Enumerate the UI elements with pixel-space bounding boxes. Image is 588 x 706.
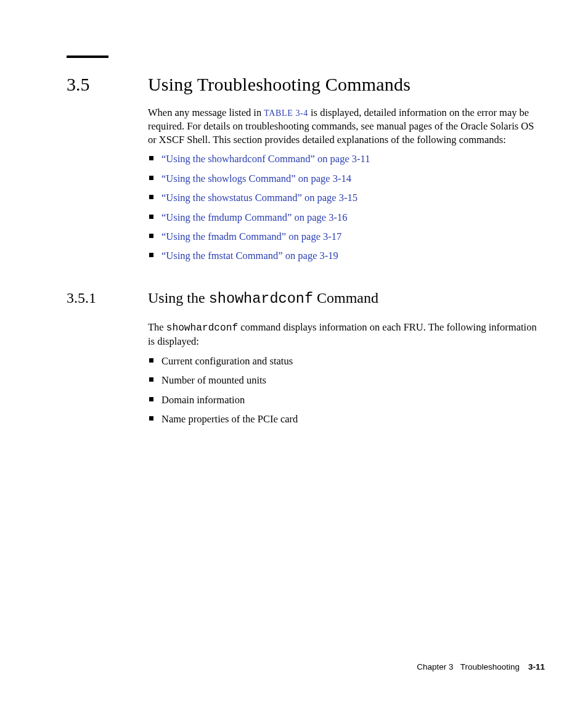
intro-text-a: When any message listed in (148, 107, 264, 118)
link-showstatus[interactable]: “Using the showstatus Command” on page 3… (161, 192, 357, 203)
subsection-title-b: Command (313, 290, 378, 306)
list-item: Current configuration and status (148, 355, 545, 367)
subsection-title: Using the showhardconf Command (148, 290, 378, 307)
intro-paragraph: When any message listed in TABLE 3-4 is … (148, 106, 545, 146)
page-footer: Chapter 3 Troubleshooting3-11 (417, 662, 545, 671)
list-item: “Using the showhardconf Command” on page… (148, 152, 545, 165)
list-item: “Using the fmstat Command” on page 3-19 (148, 249, 545, 262)
section-heading: 3.5 Using Troubleshooting Commands (67, 74, 545, 95)
link-showhardconf[interactable]: “Using the showhardconf Command” on page… (161, 153, 370, 165)
link-fmadm[interactable]: “Using the fmadm Command” on page 3-17 (161, 231, 341, 242)
section-rule (67, 55, 108, 58)
list-item-label: Domain information (161, 394, 245, 406)
list-item: “Using the showlogs Command” on page 3-1… (148, 172, 545, 185)
list-item-label: Name properties of the PCIe card (161, 413, 298, 425)
list-item: “Using the fmadm Command” on page 3-17 (148, 230, 545, 243)
link-fmdump[interactable]: “Using the fmdump Command” on page 3-16 (161, 211, 348, 223)
list-item: “Using the showstatus Command” on page 3… (148, 191, 545, 204)
link-fmstat[interactable]: “Using the fmstat Command” on page 3-19 (161, 250, 338, 261)
sub-para-code: showhardconf (166, 322, 238, 334)
sub-para-a: The (148, 321, 166, 333)
section-number: 3.5 (67, 74, 148, 95)
section-body: When any message listed in TABLE 3-4 is … (148, 106, 545, 263)
list-item-label: Number of mounted units (161, 374, 266, 386)
subsection-para: The showhardconf command displays inform… (148, 321, 545, 348)
info-items-list: Current configuration and status Number … (148, 355, 545, 426)
list-item: “Using the fmdump Command” on page 3-16 (148, 211, 545, 224)
list-item: Domain information (148, 393, 545, 406)
footer-title: Troubleshooting (460, 662, 520, 671)
link-showlogs[interactable]: “Using the showlogs Command” on page 3-1… (161, 173, 351, 184)
subsection-title-code: showhardconf (209, 290, 313, 307)
document-page: 3.5 Using Troubleshooting Commands When … (0, 0, 588, 457)
subsection: 3.5.1 Using the showhardconf Command The… (67, 290, 545, 426)
section-title: Using Troubleshooting Commands (148, 74, 410, 95)
subsection-number: 3.5.1 (67, 290, 148, 306)
subsection-body: The showhardconf command displays inform… (148, 321, 545, 426)
footer-page-number: 3-11 (528, 662, 545, 671)
subsection-heading: 3.5.1 Using the showhardconf Command (67, 290, 545, 307)
footer-chapter: Chapter 3 (417, 662, 453, 671)
command-links-list: “Using the showhardconf Command” on page… (148, 152, 545, 263)
table-3-4-link[interactable]: TABLE 3-4 (264, 109, 308, 118)
subsection-title-a: Using the (148, 290, 209, 306)
list-item: Name properties of the PCIe card (148, 413, 545, 425)
list-item-label: Current configuration and status (161, 355, 293, 367)
list-item: Number of mounted units (148, 374, 545, 387)
